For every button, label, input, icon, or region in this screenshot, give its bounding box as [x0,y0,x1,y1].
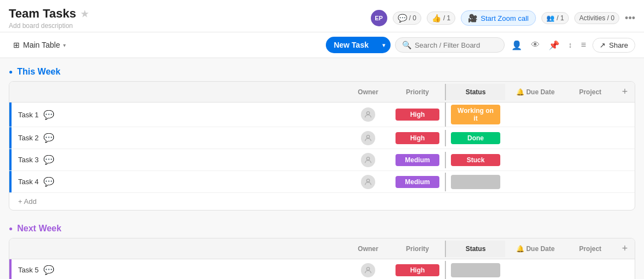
row-owner[interactable] [346,153,390,167]
task-name: Task 4 [18,178,39,186]
col-add-header[interactable]: + [615,238,635,259]
search-icon: 🔍 [402,41,411,49]
share-button[interactable]: ↗ Share [592,38,635,53]
task-name: Task 5 [18,266,39,274]
row-priority[interactable]: Medium [390,152,445,168]
owner-avatar [361,131,375,145]
bell-icon: 🔔 [516,88,526,96]
zoom-button[interactable]: 🎥 Start Zoom call [461,10,535,26]
row-status[interactable]: Stuck [445,152,505,168]
sort-icon[interactable]: ↕ [566,38,574,52]
person-filter-icon[interactable]: 👤 [509,38,524,53]
page-header: Team Tasks ★ Add board description EP 💬 … [0,0,644,32]
bell-icon: 🔔 [516,245,526,253]
add-task-this-week[interactable]: + Add [9,193,635,210]
eye-icon[interactable]: 👁 [529,38,542,52]
comment-icon[interactable]: 💬 [43,155,54,165]
user-avatar[interactable]: EP [371,10,387,26]
more-button[interactable]: ••• [625,13,635,24]
row-priority[interactable]: High [390,262,445,278]
row-owner[interactable] [346,131,390,145]
activities-badge[interactable]: Activities / 0 [574,12,619,24]
row-owner[interactable] [346,263,390,277]
new-task-button[interactable]: New Task ▾ [326,37,391,53]
col-owner-header: Owner [346,84,390,100]
col-status-header: Status [445,84,505,100]
owner-avatar [361,107,375,122]
col-project-header: Project [566,241,615,257]
guests-badge[interactable]: 👥 / 1 [541,12,569,24]
new-task-label: New Task [326,37,376,53]
row-status[interactable] [445,261,505,280]
row-task-name: Task 2 💬 [12,128,346,147]
board-title-area: Team Tasks ★ [9,7,88,21]
row-duedate [505,268,566,272]
header-right: EP 💬 / 0 👍 / 1 🎥 Start Zoom call 👥 / 1 A… [371,10,635,26]
status-badge: Working on it [451,105,500,124]
table-row: Task 1 💬 High Working on it [9,103,635,127]
row-duedate [505,180,566,184]
group-next-week-toggle[interactable]: ● [9,225,13,232]
row-priority[interactable]: High [390,130,445,146]
task-name: Task 3 [18,156,39,164]
search-box[interactable]: 🔍 [395,37,505,53]
add-col-icon[interactable]: + [622,243,628,254]
add-task-label: + Add [18,197,37,206]
comment-icon: 💬 [398,14,407,22]
status-empty [451,263,500,277]
row-duedate [505,158,566,162]
row-project [566,112,615,117]
row-owner[interactable] [346,107,390,122]
row-project [566,180,615,184]
comment-icon[interactable]: 💬 [43,110,54,120]
owner-avatar [361,263,375,277]
status-badge: Stuck [451,154,500,166]
likes-icon: 👍 [432,14,441,22]
group-this-week-title: This Week [17,67,60,77]
activities-label: Activities / 0 [579,14,614,22]
comment-icon[interactable]: 💬 [43,133,54,143]
toolbar: ⊞ Main Table ▾ New Task ▾ 🔍 👤 👁 📌 ↕ ≡ ↗ … [0,32,644,58]
comments-badge[interactable]: 💬 / 0 [393,12,421,25]
row-duedate [505,112,566,117]
header-left: Team Tasks ★ Add board description [9,7,88,30]
star-icon[interactable]: ★ [81,9,88,19]
row-priority[interactable]: Medium [390,174,445,190]
add-col-icon[interactable]: + [622,86,628,97]
share-label: Share [609,41,628,49]
svg-point-3 [366,179,369,181]
pin-icon[interactable]: 📌 [546,38,562,53]
main-table-button[interactable]: ⊞ Main Table ▾ [9,38,70,52]
board-subtitle: Add board description [9,22,88,30]
col-task-header [12,88,346,96]
col-add-header[interactable]: + [615,82,635,102]
col-duedate-header: 🔔 Due Date [505,241,566,257]
board-title: Team Tasks [9,7,76,21]
priority-badge: High [396,264,439,276]
guests-icon: 👥 [546,14,555,22]
group-this-week-header: ● This Week [9,67,635,77]
comments-count: / 0 [409,14,416,22]
new-task-arrow: ▾ [377,38,391,52]
zoom-label: Start Zoom call [481,14,528,22]
filter-icon[interactable]: ≡ [579,38,588,52]
likes-badge[interactable]: 👍 / 1 [427,12,455,25]
avatar-initials: EP [375,15,383,21]
svg-point-1 [366,135,369,138]
comment-icon[interactable]: 💬 [43,265,54,275]
comment-icon[interactable]: 💬 [43,176,54,187]
group-next-week-header: ● Next Week [9,224,635,234]
row-priority[interactable]: High [390,106,445,123]
row-owner[interactable] [346,175,390,189]
col-project-header: Project [566,84,615,100]
search-input[interactable] [415,41,498,49]
likes-count: / 1 [443,14,450,22]
row-task-name: Task 5 💬 [12,260,346,279]
col-duedate-header: 🔔 Due Date [505,84,566,100]
row-status[interactable]: Done [445,130,505,146]
row-status[interactable] [445,173,505,191]
this-week-table: Owner Priority Status 🔔 Due Date Project… [9,81,635,210]
this-week-table-header: Owner Priority Status 🔔 Due Date Project… [9,82,635,103]
group-this-week-toggle[interactable]: ● [9,68,13,76]
row-status[interactable]: Working on it [445,103,505,127]
